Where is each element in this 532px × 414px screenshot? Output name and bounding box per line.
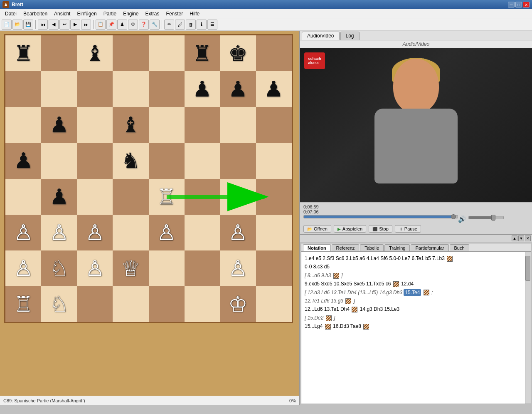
piece-white-9812[interactable]: ♔ <box>228 293 248 315</box>
piece-black-9821[interactable]: ♝ <box>121 114 140 136</box>
cell-7-4[interactable] <box>149 286 185 322</box>
move-4[interactable]: 12.d4 <box>400 281 414 287</box>
cell-4-3[interactable] <box>113 179 148 215</box>
toolbar-edit1[interactable]: ✏ <box>164 20 174 30</box>
cell-2-3[interactable]: ♝ <box>113 107 148 143</box>
cell-7-2[interactable] <box>77 286 113 322</box>
current-move[interactable]: 15.Te4 <box>404 289 421 296</box>
notation-scroll-down[interactable]: ▼ <box>518 236 524 241</box>
move-7[interactable]: 15...Lg4 <box>305 323 324 329</box>
toolbar-edit2[interactable]: 🖊 <box>175 20 185 30</box>
piece-white-9817[interactable]: ♙ <box>228 258 248 279</box>
cell-3-2[interactable] <box>77 143 113 178</box>
piece-white-9816[interactable]: ♘ <box>49 258 69 279</box>
cell-6-7[interactable] <box>256 250 292 286</box>
piece-white-9817[interactable]: ♙ <box>85 258 105 279</box>
toolbar-new[interactable]: 📄 <box>2 20 12 30</box>
cell-6-2[interactable]: ♙ <box>77 250 113 286</box>
piece-white-9817[interactable]: ♙ <box>14 222 33 243</box>
move-5[interactable]: 12...Ld6 13.Te1 Dh4 <box>305 306 351 312</box>
piece-white-9817[interactable]: ♙ <box>228 222 248 243</box>
cell-3-1[interactable] <box>41 143 77 178</box>
cell-4-6[interactable] <box>220 179 256 215</box>
cell-3-6[interactable] <box>220 143 256 178</box>
cell-5-5[interactable] <box>185 215 220 250</box>
progress-bar[interactable] <box>303 215 458 218</box>
cell-0-3[interactable] <box>113 35 148 71</box>
move-6[interactable]: 14.g3 Dh3 15.Le3 <box>358 306 399 312</box>
piece-black-9820[interactable]: ♜ <box>14 42 33 64</box>
stop-button[interactable]: ⬛ Stop <box>369 225 392 233</box>
cell-0-7[interactable] <box>256 35 292 71</box>
piece-black-9821[interactable]: ♝ <box>85 42 105 64</box>
piece-white-9817[interactable]: ♙ <box>14 258 33 279</box>
tab-notation[interactable]: Notation <box>303 244 331 251</box>
toolbar-info[interactable]: ℹ <box>197 20 207 30</box>
menu-bearbeiten[interactable]: Bearbeiten <box>20 10 51 17</box>
cell-1-6[interactable]: ♟ <box>220 71 256 107</box>
cell-7-0[interactable]: ♖ <box>5 286 41 322</box>
cell-1-7[interactable]: ♟ <box>256 71 292 107</box>
menu-datei[interactable]: Datei <box>2 10 20 17</box>
menu-einfuegen[interactable]: Einfügen <box>74 10 100 17</box>
cell-7-3[interactable] <box>113 286 148 322</box>
notation-content[interactable]: 1.e4 e5 2.Sf3 Sc6 3.Lb5 a6 4.La4 Sf6 5.0… <box>301 252 525 404</box>
move-1[interactable]: 1.e4 e5 2.Sf3 Sc6 3.Lb5 a6 4.La4 Sf6 5.0… <box>305 255 446 261</box>
toolbar-forward[interactable]: ▶ <box>70 20 80 30</box>
cell-5-2[interactable]: ♙ <box>77 215 113 250</box>
cell-5-0[interactable]: ♙ <box>5 215 41 250</box>
toolbar-paste[interactable]: 📌 <box>106 20 116 30</box>
cell-6-6[interactable]: ♙ <box>220 250 256 286</box>
cell-7-5[interactable] <box>185 286 220 322</box>
tab-partieformular[interactable]: Partieformular <box>411 244 448 251</box>
cell-5-4[interactable]: ♙ <box>149 215 185 250</box>
cell-2-0[interactable] <box>5 107 41 143</box>
piece-black-9820[interactable]: ♜ <box>192 42 212 64</box>
cell-0-0[interactable]: ♜ <box>5 35 41 71</box>
toolbar-delete[interactable]: 🗑 <box>186 20 196 30</box>
cell-6-0[interactable]: ♙ <box>5 250 41 286</box>
toolbar-replay[interactable]: ↩ <box>59 20 69 30</box>
notation-scroll-up[interactable]: ▲ <box>512 236 517 241</box>
toolbar-misc[interactable]: ☰ <box>207 20 217 30</box>
cell-3-5[interactable] <box>185 143 220 178</box>
minimize-button[interactable]: ─ <box>508 2 515 7</box>
notation-close[interactable]: ✕ <box>525 236 531 241</box>
toolbar-engine-toggle[interactable]: ⚙ <box>128 20 138 30</box>
cell-5-1[interactable]: ♙ <box>41 215 77 250</box>
cell-1-2[interactable] <box>77 71 113 107</box>
tab-referenz[interactable]: Referenz <box>332 244 360 251</box>
volume-bar[interactable] <box>468 216 504 219</box>
cell-1-0[interactable] <box>5 71 41 107</box>
piece-black-9823[interactable]: ♟ <box>49 114 69 136</box>
cell-2-1[interactable]: ♟ <box>41 107 77 143</box>
cell-2-4[interactable] <box>149 107 185 143</box>
piece-black-9818[interactable]: ♚ <box>228 42 248 64</box>
toolbar-board[interactable]: ♟ <box>117 20 127 30</box>
cell-0-5[interactable]: ♜ <box>185 35 220 71</box>
menu-fenster[interactable]: Fenster <box>163 10 187 17</box>
cell-3-4[interactable] <box>149 143 185 178</box>
close-button[interactable]: ✕ <box>523 2 530 7</box>
toolbar-help[interactable]: ❓ <box>139 20 149 30</box>
piece-black-9823[interactable]: ♟ <box>14 150 33 171</box>
scroll-thumb[interactable] <box>525 256 530 281</box>
pause-button[interactable]: ⏸ Pause <box>395 225 421 233</box>
cell-4-1[interactable]: ♟ <box>41 179 77 215</box>
piece-black-9822[interactable]: ♞ <box>121 150 140 171</box>
piece-black-9823[interactable]: ♟ <box>264 78 283 100</box>
tab-tabelle[interactable]: Tabelle <box>360 244 384 251</box>
move-3[interactable]: 9.exd5 Sxd5 10.Sxe5 Sxe5 11.Txe5 c6 <box>305 281 392 287</box>
piece-white-9814[interactable]: ♖ <box>157 186 176 208</box>
cell-5-7[interactable] <box>256 215 292 250</box>
cell-7-6[interactable]: ♔ <box>220 286 256 322</box>
cell-3-3[interactable]: ♞ <box>113 143 148 178</box>
toolbar-back-start[interactable]: ⏮ <box>38 20 48 30</box>
notation-scrollbar[interactable] <box>525 252 531 404</box>
toolbar-back[interactable]: ◀ <box>49 20 59 30</box>
cell-0-6[interactable]: ♚ <box>220 35 256 71</box>
cell-0-2[interactable]: ♝ <box>77 35 113 71</box>
move-8[interactable]: 16.Dd3 Tae8 <box>332 323 363 329</box>
cell-1-5[interactable]: ♟ <box>185 71 220 107</box>
cell-4-4[interactable]: ♖ <box>149 179 185 215</box>
